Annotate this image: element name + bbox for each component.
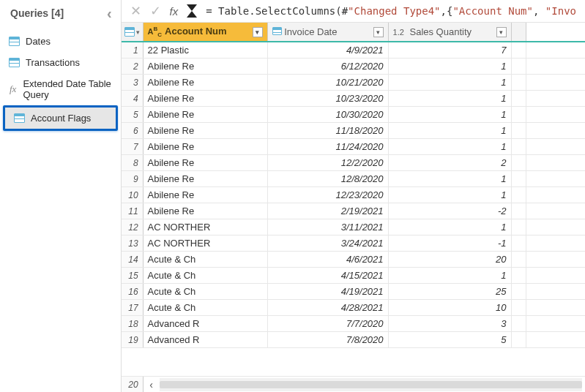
cell-account-num[interactable]: Acute & Ch [144, 300, 268, 315]
cell-account-num[interactable]: AC NORTHER [144, 219, 268, 235]
cell-sales-quantity[interactable]: 25 [389, 284, 512, 299]
cell-partial[interactable] [512, 203, 526, 219]
cell-invoice-date[interactable]: 7/8/2020 [268, 332, 389, 347]
cell-partial[interactable] [512, 268, 526, 283]
table-row[interactable]: 18Advanced R7/7/20203 [122, 316, 585, 332]
cell-invoice-date[interactable]: 4/9/2021 [268, 42, 389, 58]
cell-sales-quantity[interactable]: 1 [389, 59, 512, 74]
scrollbar-thumb[interactable] [160, 381, 582, 388]
cell-account-num[interactable]: 22 Plastic [144, 42, 268, 58]
cell-invoice-date[interactable]: 10/30/2020 [268, 107, 389, 122]
cell-partial[interactable] [512, 316, 526, 331]
cell-account-num[interactable]: Abilene Re [144, 91, 268, 106]
cell-partial[interactable] [512, 123, 526, 138]
query-item[interactable]: fxExtended Date Table Query [0, 73, 121, 105]
cell-partial[interactable] [512, 75, 526, 90]
table-row[interactable]: 15Acute & Ch4/15/20211 [122, 268, 585, 284]
cell-partial[interactable] [512, 284, 526, 299]
cell-sales-quantity[interactable]: 7 [389, 42, 512, 58]
cell-sales-quantity[interactable]: -1 [389, 235, 512, 251]
cell-partial[interactable] [512, 139, 526, 154]
cell-account-num[interactable]: Abilene Re [144, 171, 268, 186]
table-row[interactable]: 11Abilene Re2/19/2021-2 [122, 203, 585, 219]
table-row[interactable]: 16Acute & Ch4/19/202125 [122, 284, 585, 300]
cell-account-num[interactable]: Abilene Re [144, 203, 268, 219]
cell-partial[interactable] [512, 219, 526, 235]
cell-partial[interactable] [512, 187, 526, 203]
cell-invoice-date[interactable]: 11/18/2020 [268, 123, 389, 138]
cell-invoice-date[interactable]: 3/11/2021 [268, 219, 389, 235]
cell-sales-quantity[interactable]: 1 [389, 139, 512, 154]
cell-account-num[interactable]: Acute & Ch [144, 268, 268, 283]
cell-partial[interactable] [512, 171, 526, 186]
cell-account-num[interactable]: Abilene Re [144, 59, 268, 74]
column-invoice-date[interactable]: Invoice Date ▾ [268, 23, 389, 41]
scroll-left-button[interactable]: ‹ [144, 379, 160, 391]
column-sales-quantity[interactable]: 1.2 Sales Quantity ▾ [389, 23, 512, 41]
cell-partial[interactable] [512, 42, 526, 58]
cell-invoice-date[interactable]: 4/19/2021 [268, 284, 389, 299]
cell-account-num[interactable]: Abilene Re [144, 187, 268, 203]
column-filter-dropdown[interactable]: ▾ [496, 27, 507, 37]
cell-account-num[interactable]: Acute & Ch [144, 252, 268, 267]
table-row[interactable]: 13AC NORTHER3/24/2021-1 [122, 235, 585, 252]
cell-sales-quantity[interactable]: 1 [389, 91, 512, 106]
cell-account-num[interactable]: Advanced R [144, 332, 268, 347]
table-row[interactable]: 14Acute & Ch4/6/202120 [122, 252, 585, 268]
cell-sales-quantity[interactable]: 1 [389, 171, 512, 186]
cancel-formula-button[interactable]: ✕ [130, 4, 141, 18]
cell-partial[interactable] [512, 155, 526, 170]
table-row[interactable]: 8Abilene Re12/2/20202 [122, 155, 585, 171]
table-row[interactable]: 17Acute & Ch4/28/202110 [122, 300, 585, 316]
cell-sales-quantity[interactable]: 5 [389, 332, 512, 347]
table-row[interactable]: 5Abilene Re10/30/20201 [122, 107, 585, 123]
table-row[interactable]: 3Abilene Re10/21/20201 [122, 75, 585, 91]
cell-sales-quantity[interactable]: 1 [389, 75, 512, 90]
table-icon-header[interactable]: ▾ [122, 23, 144, 41]
table-row[interactable]: 12AC NORTHER3/11/20211 [122, 219, 585, 235]
cell-invoice-date[interactable]: 7/7/2020 [268, 316, 389, 331]
table-row[interactable]: 4Abilene Re10/23/20201 [122, 91, 585, 107]
cell-sales-quantity[interactable]: 20 [389, 252, 512, 267]
cell-sales-quantity[interactable]: 1 [389, 123, 512, 138]
cell-invoice-date[interactable]: 10/23/2020 [268, 91, 389, 106]
cell-sales-quantity[interactable]: -2 [389, 203, 512, 219]
cell-invoice-date[interactable]: 12/8/2020 [268, 171, 389, 186]
column-partial[interactable] [512, 23, 526, 41]
cell-sales-quantity[interactable]: 3 [389, 316, 512, 331]
query-item[interactable]: Transactions [0, 52, 121, 73]
table-row[interactable]: 6Abilene Re11/18/20201 [122, 123, 585, 139]
cell-partial[interactable] [512, 252, 526, 267]
cell-account-num[interactable]: AC NORTHER [144, 235, 268, 251]
cell-partial[interactable] [512, 300, 526, 315]
table-row[interactable]: 7Abilene Re11/24/20201 [122, 139, 585, 155]
cell-account-num[interactable]: Abilene Re [144, 75, 268, 90]
cell-partial[interactable] [512, 59, 526, 74]
cell-sales-quantity[interactable]: 1 [389, 187, 512, 203]
cell-sales-quantity[interactable]: 1 [389, 219, 512, 235]
table-row[interactable]: 2Abilene Re6/12/20201 [122, 59, 585, 75]
cell-account-num[interactable]: Abilene Re [144, 123, 268, 138]
cell-account-num[interactable]: Advanced R [144, 316, 268, 331]
formula-text[interactable]: = Table.SelectColumns(#"Changed Type4",{… [206, 5, 576, 17]
table-row[interactable]: 122 Plastic4/9/20217 [122, 42, 585, 59]
cell-invoice-date[interactable]: 4/15/2021 [268, 268, 389, 283]
cell-invoice-date[interactable]: 6/12/2020 [268, 59, 389, 74]
cell-invoice-date[interactable]: 4/28/2021 [268, 300, 389, 315]
query-item[interactable]: Dates [0, 31, 121, 52]
table-row[interactable]: 19Advanced R7/8/20205 [122, 332, 585, 348]
cell-invoice-date[interactable]: 3/24/2021 [268, 235, 389, 251]
cell-account-num[interactable]: Abilene Re [144, 139, 268, 154]
cell-sales-quantity[interactable]: 2 [389, 155, 512, 170]
column-filter-dropdown[interactable]: ▾ [253, 27, 263, 37]
cell-account-num[interactable]: Abilene Re [144, 155, 268, 170]
cell-partial[interactable] [512, 332, 526, 347]
cell-partial[interactable] [512, 107, 526, 122]
cell-account-num[interactable]: Abilene Re [144, 107, 268, 122]
cell-account-num[interactable]: Acute & Ch [144, 284, 268, 299]
cell-invoice-date[interactable]: 12/2/2020 [268, 155, 389, 170]
cell-invoice-date[interactable]: 11/24/2020 [268, 139, 389, 154]
cell-sales-quantity[interactable]: 1 [389, 107, 512, 122]
table-row[interactable]: 9Abilene Re12/8/20201 [122, 171, 585, 187]
cell-partial[interactable] [512, 91, 526, 106]
